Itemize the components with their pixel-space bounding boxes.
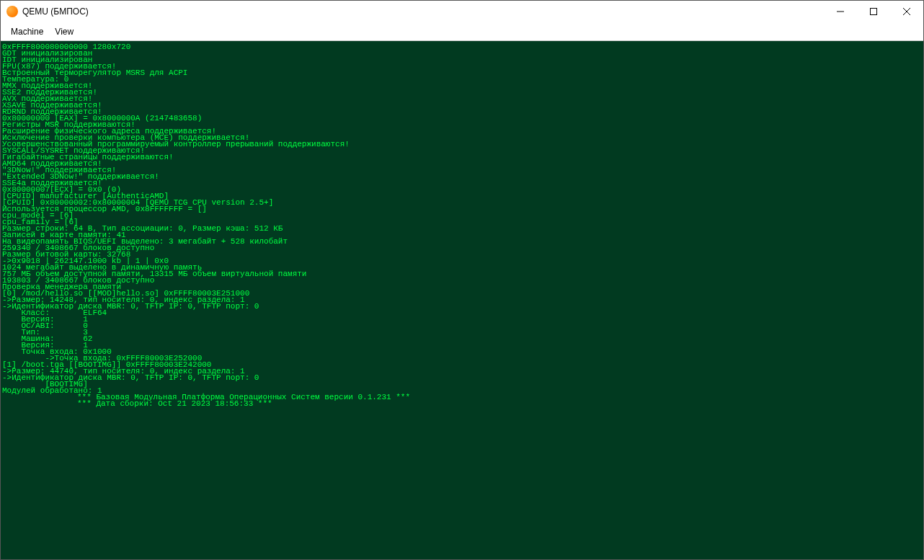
console-line: MMX поддерживается! xyxy=(2,83,922,89)
console-line: Гигабайтные страницы поддерживаются! xyxy=(2,154,922,161)
console-line: Класс: ELF64 xyxy=(2,310,922,316)
qemu-app-icon xyxy=(6,6,18,17)
console-line: 0x80000000 [EAX] = 0x8000000A (214748365… xyxy=(2,115,922,122)
menu-bar: Machine View xyxy=(1,22,923,41)
console-line: ->Идентификатор диска MBR: 0, TFTP IP: 0… xyxy=(2,375,922,381)
console-line: XSAVE поддерживается! xyxy=(2,102,922,109)
console-line: 259340 / 3408667 блоков доступно xyxy=(2,245,922,252)
svg-rect-1 xyxy=(871,9,877,15)
console-line: GDT инициализирован xyxy=(2,50,922,57)
maximize-button[interactable] xyxy=(857,1,890,22)
console-line: SSE4a поддерживается! xyxy=(2,180,922,187)
console-line: [BOOTIMG] xyxy=(2,381,922,388)
window-title: QEMU (БМПОС) xyxy=(22,6,89,17)
console-line: AVX поддерживается! xyxy=(2,96,922,102)
console-line: Температура: 0 xyxy=(2,76,922,83)
menu-machine[interactable]: Machine xyxy=(5,24,49,40)
console-line: 193803 / 3408667 блоков доступно xyxy=(2,277,922,284)
console-line: Тип: 3 xyxy=(2,329,922,336)
console-line: cpu_model = [6] xyxy=(2,213,922,219)
console-line: IDT инициализирован xyxy=(2,57,922,63)
console-line: Встроенный терморегулятор MSRS для ACPI xyxy=(2,70,922,76)
minimize-button[interactable] xyxy=(824,1,857,22)
window-titlebar: QEMU (БМПОС) xyxy=(1,1,923,22)
console-line: ->Идентификатор диска MBR: 0, TFTP IP: 0… xyxy=(2,303,922,310)
console-line: 0xFFFF800080000000 1280x720 xyxy=(2,44,922,50)
console-line: Версия: 1 xyxy=(2,342,922,349)
console-line: SSE2 поддерживается! xyxy=(2,89,922,96)
console-line: AMD64 поддерживается! xyxy=(2,161,922,167)
console-line: Используется процессор AMD, 0x8FFFFFFF =… xyxy=(2,206,922,213)
console-line: Машина: 62 xyxy=(2,336,922,342)
close-button[interactable] xyxy=(890,1,923,22)
console-line: Версия: 1 xyxy=(2,316,922,323)
console-line: ОС/ABI: 0 xyxy=(2,323,922,329)
console-output: 0xFFFF800080000000 1280x720GDT инициализ… xyxy=(1,41,923,559)
window-controls xyxy=(824,1,923,22)
console-line: Размер строки: 64 B, Тип ассоциации: 0, … xyxy=(2,226,922,232)
banner-build-date: *** Дата сборки: Oct 21 2023 18:56:33 **… xyxy=(2,401,922,407)
menu-view[interactable]: View xyxy=(49,24,79,40)
console-line: "Extended 3DNow!" поддерживается! xyxy=(2,174,922,180)
